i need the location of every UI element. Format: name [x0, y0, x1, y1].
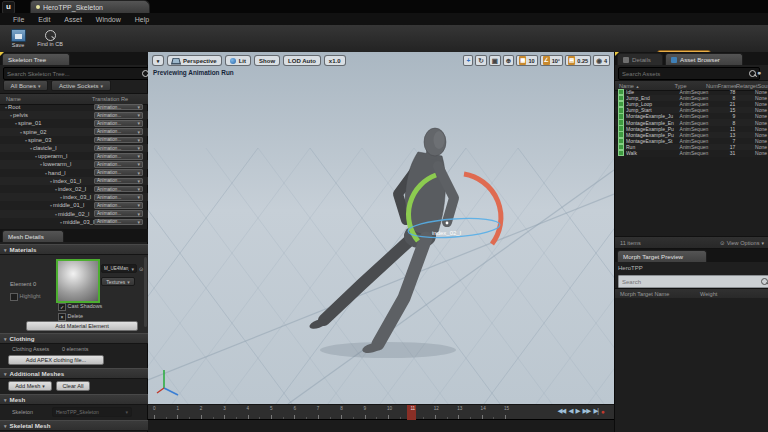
material-asset-dropdown[interactable]: M_UE4Man_Bod ▾ — [101, 264, 137, 273]
translation-retargeting-dropdown[interactable]: Animation...▾ — [94, 219, 143, 226]
translation-retargeting-dropdown[interactable]: Animation...▾ — [94, 112, 143, 119]
asset-row-walk[interactable]: WalkAnimSequen31None — [615, 150, 768, 156]
bone-row-pelvis[interactable]: ▾pelvisAnimation...▾ — [0, 111, 148, 119]
menu-window[interactable]: Window — [89, 16, 128, 23]
asset-search-field[interactable] — [618, 67, 760, 80]
expander-icon[interactable]: ▾ — [5, 105, 7, 110]
tab-asset-browser[interactable]: Asset Browser — [665, 53, 743, 65]
highlight-checkbox[interactable] — [10, 293, 18, 301]
translation-retargeting-dropdown[interactable]: Animation...▾ — [94, 186, 143, 193]
all-bones-filter-button[interactable]: All Bones ▾ — [3, 80, 48, 91]
morph-search-input[interactable] — [622, 279, 759, 285]
person-filter-icon[interactable]: ● — [757, 69, 761, 76]
tab-mesh-details[interactable]: Mesh Details — [2, 230, 64, 242]
perspective-dropdown[interactable]: Perspective — [167, 55, 222, 66]
skip-to-start-button[interactable]: ◀◀ — [557, 407, 565, 415]
mesh-section-header[interactable]: ▾ Mesh — [0, 394, 148, 405]
rotate-tool[interactable]: ↻ — [475, 55, 486, 66]
move-tool[interactable]: + — [463, 55, 473, 66]
asset-search-input[interactable] — [622, 71, 747, 77]
expander-icon[interactable]: ▾ — [20, 130, 22, 135]
bone-row-middle_03_l[interactable]: ▾middle_03_lAnimation...▾ — [0, 218, 148, 226]
tab-skeleton-tree[interactable]: Skeleton Tree — [2, 53, 70, 65]
expander-icon[interactable]: ▾ — [40, 162, 42, 167]
active-sockets-filter-button[interactable]: Active Sockets ▾ — [51, 80, 111, 91]
viewport-options-button[interactable]: ▾ — [152, 55, 164, 66]
translation-retargeting-dropdown[interactable]: Animation...▾ — [94, 145, 143, 152]
translation-retargeting-dropdown[interactable]: Animation...▾ — [94, 161, 143, 168]
camera-speed-button[interactable]: ◉4 — [593, 55, 610, 66]
bone-row-middle_02_l[interactable]: ▾middle_02_lAnimation...▾ — [0, 210, 148, 218]
bone-row-clavicle_l[interactable]: ▾clavicle_lAnimation...▾ — [0, 144, 148, 152]
document-tab[interactable]: HeroTPP_Skeleton — [30, 0, 150, 13]
textures-dropdown-button[interactable]: Textures ▾ — [101, 277, 135, 286]
expander-icon[interactable]: ▾ — [60, 195, 62, 200]
bone-row-middle_01_l[interactable]: ▾middle_01_lAnimation...▾ — [0, 201, 148, 209]
translation-retargeting-dropdown[interactable]: Animation...▾ — [94, 202, 143, 209]
expander-icon[interactable]: ▾ — [60, 220, 62, 225]
bone-row-index_02_l[interactable]: ▾index_02_lAnimation...▾ — [0, 185, 148, 193]
translation-retargeting-dropdown[interactable]: Animation...▾ — [94, 169, 143, 176]
record-button[interactable]: ● — [601, 408, 604, 415]
materials-section-header[interactable]: ▾ Materials — [0, 244, 148, 255]
skeleton-tree-search-field[interactable] — [3, 67, 153, 80]
lod-dropdown[interactable]: LOD Auto — [283, 55, 321, 66]
save-button[interactable]: Save — [5, 26, 31, 51]
play-button[interactable]: ▶ — [575, 407, 579, 415]
world-coordinate-toggle[interactable]: ⊕ — [503, 55, 514, 66]
step-forward-button[interactable]: ▶▶ — [582, 407, 590, 415]
expander-icon[interactable]: ▾ — [35, 154, 37, 159]
menu-edit[interactable]: Edit — [31, 16, 57, 23]
grid-snap-toggle[interactable]: ▦10 — [516, 55, 537, 66]
material-thumbnail[interactable] — [56, 259, 100, 303]
translation-retargeting-dropdown[interactable]: Animation...▾ — [94, 178, 143, 185]
scrollbar[interactable] — [144, 257, 147, 327]
menu-asset[interactable]: Asset — [57, 16, 89, 23]
bone-row-spine_02[interactable]: ▾spine_02Animation...▾ — [0, 128, 148, 136]
column-weight[interactable]: Weight — [700, 291, 717, 297]
lit-mode-dropdown[interactable]: Lit — [225, 55, 251, 66]
rotation-snap-toggle[interactable]: ∠10° — [540, 55, 563, 66]
delete-material-button[interactable]: × — [58, 313, 66, 321]
translation-retargeting-dropdown[interactable]: Animation...▾ — [94, 104, 143, 111]
tab-details[interactable]: Details — [617, 53, 663, 65]
scale-snap-toggle[interactable]: ▤0.25 — [565, 55, 591, 66]
expander-icon[interactable]: ▾ — [55, 212, 57, 217]
expander-icon[interactable]: ▾ — [45, 171, 47, 176]
clothing-section-header[interactable]: ▾ Clothing — [0, 333, 148, 344]
timeline-ruler[interactable]: 0123456789101112131415◀◀◀▶▶▶▶|● — [148, 404, 614, 420]
clear-all-button[interactable]: Clear All — [56, 381, 90, 391]
add-material-element-button[interactable]: Add Material Element — [26, 321, 138, 331]
view-options-button[interactable]: ⊙ View Options ▾ — [720, 240, 764, 246]
expander-icon[interactable]: ▾ — [10, 113, 12, 118]
bone-row-lowerarm_l[interactable]: ▾lowerarm_lAnimation...▾ — [0, 160, 148, 168]
bone-row-spine_01[interactable]: ▾spine_01Animation...▾ — [0, 119, 148, 127]
tab-morph-target-preview[interactable]: Morph Target Preview — [617, 250, 707, 262]
column-type[interactable]: Type — [674, 83, 706, 89]
3d-viewport[interactable]: index_02_l ▾ Perspective Lit Show — [148, 52, 614, 432]
bone-row-hand_l[interactable]: ▾hand_lAnimation...▾ — [0, 169, 148, 177]
skip-to-end-button[interactable]: ▶| — [593, 407, 598, 415]
expander-icon[interactable]: ▾ — [15, 121, 17, 126]
column-morph-target-name[interactable]: Morph Target Name — [615, 291, 700, 297]
browse-to-asset-icon[interactable]: ⊙ — [139, 266, 143, 272]
skeletal-mesh-section-header[interactable]: ▾ Skeletal Mesh — [0, 420, 148, 431]
bone-row-index_01_l[interactable]: ▾index_01_lAnimation...▾ — [0, 177, 148, 185]
menu-file[interactable]: File — [6, 16, 31, 23]
bone-row-spine_03[interactable]: ▾spine_03Animation...▾ — [0, 136, 148, 144]
translation-retargeting-dropdown[interactable]: Animation...▾ — [94, 194, 143, 201]
additional-meshes-section-header[interactable]: ▾ Additional Meshes — [0, 368, 148, 379]
morph-search-field[interactable] — [618, 275, 768, 288]
add-apex-clothing-button[interactable]: Add APEX clothing file... — [8, 355, 104, 365]
skeleton-tree-search-input[interactable] — [7, 71, 140, 77]
translation-retargeting-dropdown[interactable]: Animation...▾ — [94, 210, 143, 217]
translation-retargeting-dropdown[interactable]: Animation...▾ — [94, 120, 143, 127]
add-mesh-button[interactable]: Add Mesh ▾ — [8, 381, 52, 391]
show-dropdown[interactable]: Show — [254, 55, 280, 66]
bone-row-index_03_l[interactable]: ▾index_03_lAnimation...▾ — [0, 193, 148, 201]
bone-row-Root[interactable]: ▾RootAnimation...▾ — [0, 103, 148, 111]
find-in-content-browser-button[interactable]: Find in CB — [33, 26, 67, 51]
menu-help[interactable]: Help — [128, 16, 156, 23]
playback-speed-button[interactable]: x1.0 — [324, 55, 346, 66]
step-backward-button[interactable]: ◀ — [568, 407, 572, 415]
